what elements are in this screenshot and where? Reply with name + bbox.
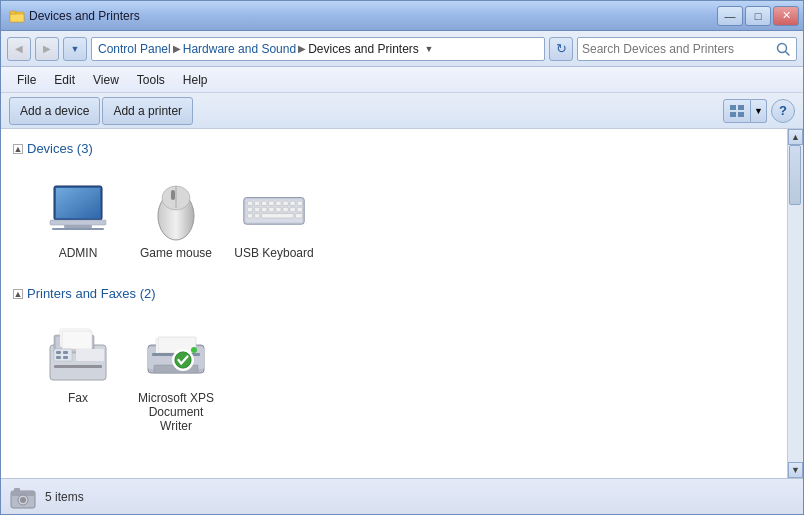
device-item-keyboard[interactable]: USB Keyboard xyxy=(229,172,319,266)
menu-edit[interactable]: Edit xyxy=(46,70,83,90)
svg-rect-26 xyxy=(283,201,288,205)
svg-rect-13 xyxy=(64,225,92,228)
view-button[interactable] xyxy=(723,99,751,123)
toolbar-right: ▼ ? xyxy=(723,99,795,123)
devices-section-title[interactable]: Devices (3) xyxy=(27,141,93,156)
printers-collapse-button[interactable]: ▲ xyxy=(13,289,23,299)
device-label-fax: Fax xyxy=(68,391,88,405)
printers-section-title[interactable]: Printers and Faxes (2) xyxy=(27,286,156,301)
printers-grid: Fax xyxy=(13,309,775,451)
help-button[interactable]: ? xyxy=(771,99,795,123)
refresh-button[interactable]: ↻ xyxy=(549,37,573,61)
minimize-button[interactable]: — xyxy=(717,6,743,26)
svg-rect-24 xyxy=(269,201,274,205)
status-item-count: 5 items xyxy=(45,490,84,504)
svg-rect-46 xyxy=(54,349,72,361)
maximize-button[interactable]: □ xyxy=(745,6,771,26)
device-item-mouse[interactable]: Game mouse xyxy=(131,172,221,266)
add-printer-button[interactable]: Add a printer xyxy=(102,97,193,125)
view-button-group: ▼ xyxy=(723,99,767,123)
svg-rect-31 xyxy=(262,207,267,211)
forward-button[interactable]: ▶ xyxy=(35,37,59,61)
fax-icon xyxy=(46,323,110,387)
device-item-admin[interactable]: ADMIN xyxy=(33,172,123,266)
svg-rect-2 xyxy=(10,11,16,14)
svg-rect-23 xyxy=(262,201,267,205)
svg-rect-52 xyxy=(54,365,102,368)
svg-rect-39 xyxy=(262,214,294,218)
svg-rect-40 xyxy=(295,214,302,218)
laptop-icon xyxy=(46,178,110,242)
svg-rect-6 xyxy=(738,105,744,110)
scroll-track[interactable] xyxy=(788,145,803,462)
svg-rect-1 xyxy=(10,14,24,22)
breadcrumb-current: Devices and Printers xyxy=(308,42,419,56)
printer-default-icon xyxy=(144,323,208,387)
device-label-keyboard: USB Keyboard xyxy=(234,246,313,260)
svg-rect-25 xyxy=(276,201,281,205)
back-button[interactable]: ◀ xyxy=(7,37,31,61)
svg-rect-7 xyxy=(730,112,736,117)
svg-rect-33 xyxy=(276,207,281,211)
breadcrumb-control-panel[interactable]: Control Panel xyxy=(98,42,171,56)
svg-rect-38 xyxy=(254,214,259,218)
scroll-up-button[interactable]: ▲ xyxy=(788,129,803,145)
menu-view[interactable]: View xyxy=(85,70,127,90)
device-label-admin: ADMIN xyxy=(59,246,98,260)
menu-help[interactable]: Help xyxy=(175,70,216,90)
search-button[interactable] xyxy=(774,40,792,58)
svg-rect-14 xyxy=(52,228,104,230)
title-bar-left: Devices and Printers xyxy=(9,8,140,24)
title-bar: Devices and Printers — □ ✕ xyxy=(1,1,803,31)
breadcrumb-hardware[interactable]: Hardware and Sound xyxy=(183,42,296,56)
svg-rect-32 xyxy=(269,207,274,211)
printers-section-header: ▲ Printers and Faxes (2) xyxy=(13,286,775,301)
svg-rect-49 xyxy=(63,351,68,354)
svg-rect-51 xyxy=(63,356,68,359)
search-input[interactable] xyxy=(582,42,770,56)
status-bar: 5 items xyxy=(1,478,803,514)
device-item-xps[interactable]: Microsoft XPS Document Writer xyxy=(131,317,221,439)
svg-rect-34 xyxy=(283,207,288,211)
menu-tools[interactable]: Tools xyxy=(129,70,173,90)
search-icon xyxy=(776,42,790,56)
svg-point-64 xyxy=(20,497,26,503)
scroll-thumb[interactable] xyxy=(789,145,801,205)
devices-grid: ADMIN xyxy=(13,164,775,278)
window-icon xyxy=(9,8,25,24)
mouse-icon xyxy=(144,178,208,242)
add-printer-label: Add a printer xyxy=(113,104,182,118)
status-icon xyxy=(9,483,37,511)
svg-rect-65 xyxy=(14,488,20,492)
devices-section-header: ▲ Devices (3) xyxy=(13,141,775,156)
breadcrumb-sep-2: ▶ xyxy=(298,43,306,54)
main-area: ▲ Devices (3) xyxy=(1,129,803,478)
svg-rect-12 xyxy=(50,220,106,225)
keyboard-icon xyxy=(242,178,306,242)
up-button[interactable]: ▼ xyxy=(63,37,87,61)
svg-rect-27 xyxy=(290,201,295,205)
title-buttons: — □ ✕ xyxy=(717,6,799,26)
menu-bar: File Edit View Tools Help xyxy=(1,67,803,93)
view-dropdown-button[interactable]: ▼ xyxy=(751,99,767,123)
svg-rect-50 xyxy=(56,356,61,359)
add-device-button[interactable]: Add a device xyxy=(9,97,100,125)
svg-rect-21 xyxy=(247,201,252,205)
svg-rect-8 xyxy=(738,112,744,117)
svg-rect-45 xyxy=(62,331,92,349)
menu-file[interactable]: File xyxy=(9,70,44,90)
scrollbar: ▲ ▼ xyxy=(787,129,803,478)
toolbar: Add a device Add a printer ▼ ? xyxy=(1,93,803,129)
svg-rect-5 xyxy=(730,105,736,110)
device-item-fax[interactable]: Fax xyxy=(33,317,123,439)
add-device-label: Add a device xyxy=(20,104,89,118)
svg-rect-18 xyxy=(171,190,175,200)
scroll-down-button[interactable]: ▼ xyxy=(788,462,803,478)
svg-rect-37 xyxy=(247,214,252,218)
window: Devices and Printers — □ ✕ ◀ ▶ ▼ Control… xyxy=(0,0,804,515)
svg-rect-22 xyxy=(254,201,259,205)
svg-rect-35 xyxy=(290,207,295,211)
devices-collapse-button[interactable]: ▲ xyxy=(13,144,23,154)
close-button[interactable]: ✕ xyxy=(773,6,799,26)
breadcrumb-dropdown[interactable]: ▼ xyxy=(421,39,437,59)
